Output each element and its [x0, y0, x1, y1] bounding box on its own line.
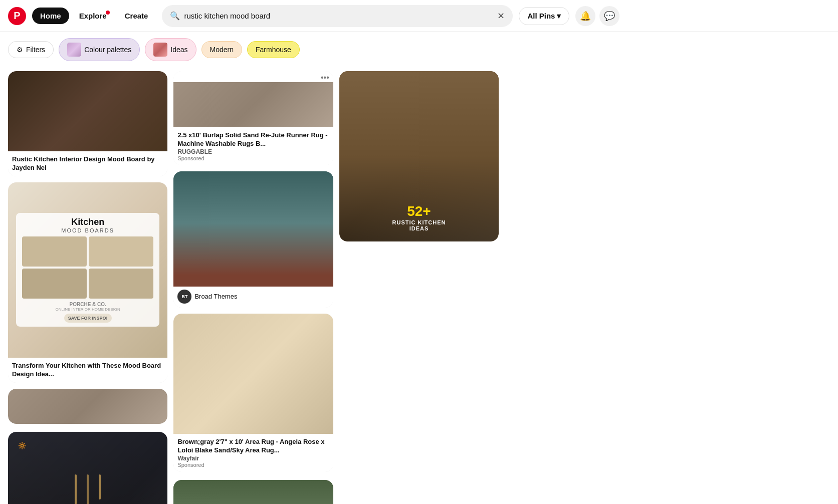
- pin-image: 52+ RUSTIC KITCHEN IDEAS: [339, 71, 499, 241]
- colour-palettes-icon: [67, 43, 81, 57]
- author-avatar: BT: [177, 290, 191, 304]
- notification-button[interactable]: 🔔: [575, 6, 595, 26]
- pinterest-logo[interactable]: P: [8, 7, 26, 25]
- nav-home[interactable]: Home: [32, 8, 69, 24]
- pin-card[interactable]: 52+ RUSTIC KITCHEN IDEAS: [339, 71, 499, 241]
- pin-card[interactable]: ••• 2.5 x10' Burlap Solid Sand Re-Jute R…: [173, 71, 333, 165]
- filter-chip-colour-palettes[interactable]: Colour palettes: [59, 38, 140, 61]
- sponsored-label: Sponsored: [177, 462, 329, 468]
- chevron-down-icon: ▾: [557, 12, 561, 21]
- pins-grid: Rustic Kitchen Interior Design Mood Boar…: [0, 67, 838, 504]
- search-bar: 🔍 ✕: [162, 5, 513, 27]
- search-input[interactable]: [184, 12, 493, 20]
- pin-card[interactable]: Rustic Kitchen Interior Design Mood Boar…: [8, 71, 167, 176]
- pin-image: [8, 389, 167, 424]
- ideas-icon: [153, 43, 167, 57]
- pin-image: [8, 71, 167, 151]
- explore-notification-dot: [106, 11, 110, 15]
- pin-image: [173, 82, 333, 127]
- header-icons: 🔔 💬: [575, 6, 619, 26]
- filter-bar: ⚙ Filters Colour palettes Ideas Modern F…: [0, 32, 838, 67]
- filters-button[interactable]: ⚙ Filters: [8, 41, 54, 58]
- sponsored-label: Sponsored: [177, 155, 329, 161]
- pin-title: Rustic Kitchen Interior Design Mood Boar…: [12, 155, 163, 172]
- pin-title: Transform Your Kitchen with These Mood B…: [12, 362, 163, 379]
- pin-card[interactable]: BT Broad Themes: [173, 171, 333, 308]
- pin-title: Brown;gray 2'7" x 10' Area Rug - Angela …: [177, 438, 329, 455]
- pin-title: 2.5 x10' Burlap Solid Sand Re-Jute Runne…: [177, 131, 329, 148]
- pin-image: [173, 171, 333, 287]
- filter-chip-farmhouse[interactable]: Farmhouse: [247, 41, 300, 58]
- nav-create[interactable]: Create: [117, 8, 156, 24]
- pin-image: [173, 314, 333, 434]
- search-icon: 🔍: [170, 11, 180, 21]
- filter-chip-modern[interactable]: Modern: [201, 41, 242, 58]
- header: P Home Explore Create 🔍 ✕ All Pins ▾ 🔔 💬: [0, 0, 838, 32]
- message-button[interactable]: 💬: [599, 6, 619, 26]
- pin-card[interactable]: 39+ Rustic Kitchen Ideas for a Relaxed, …: [173, 480, 333, 504]
- pin-card[interactable]: 🔆 KT Kiki Thompson: [8, 432, 167, 504]
- advertiser-name: Wayfair: [177, 455, 329, 462]
- nav-explore[interactable]: Explore: [71, 8, 115, 24]
- pin-card[interactable]: Kitchen MOOD BOARDS PORCHE & CO. ONLINE …: [8, 182, 167, 383]
- pin-card[interactable]: [8, 389, 167, 424]
- clear-search-button[interactable]: ✕: [497, 11, 505, 22]
- bell-icon: 🔔: [580, 11, 591, 22]
- advertiser-name: RUGGABLE: [177, 148, 329, 155]
- author-name: Broad Themes: [194, 293, 237, 300]
- sliders-icon: ⚙: [17, 46, 23, 54]
- filter-chip-ideas[interactable]: Ideas: [145, 38, 196, 61]
- pin-image: [173, 480, 333, 504]
- pin-image: 🔆: [8, 432, 167, 504]
- main-nav: Home Explore Create: [32, 8, 156, 24]
- message-icon: 💬: [604, 11, 615, 22]
- all-pins-dropdown[interactable]: All Pins ▾: [519, 7, 569, 25]
- pin-image: Kitchen MOOD BOARDS PORCHE & CO. ONLINE …: [8, 182, 167, 358]
- pin-card[interactable]: Brown;gray 2'7" x 10' Area Rug - Angela …: [173, 314, 333, 472]
- more-options-button[interactable]: •••: [321, 73, 329, 82]
